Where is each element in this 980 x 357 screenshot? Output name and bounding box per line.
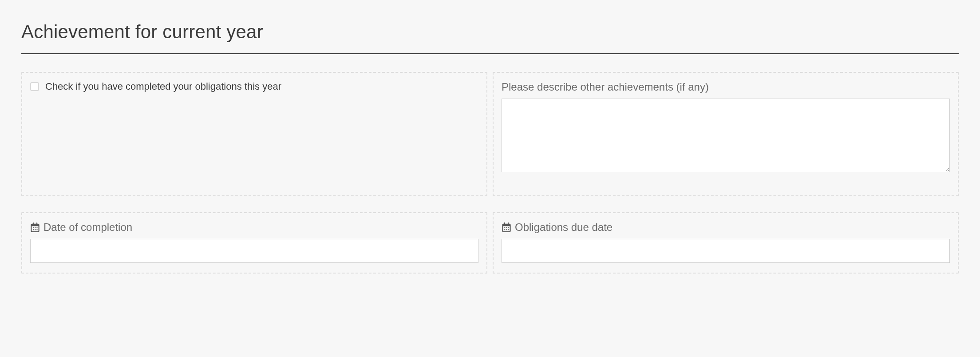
achievement-form-section: Achievement for current year Check if yo… <box>0 0 980 357</box>
obligations-due-date-input[interactable] <box>502 239 950 263</box>
section-title: Achievement for current year <box>21 21 959 43</box>
field-completed-obligations: Check if you have completed your obligat… <box>21 72 487 196</box>
calendar-icon <box>502 222 511 232</box>
completed-obligations-label: Check if you have completed your obligat… <box>45 81 281 92</box>
form-row-1: Check if you have completed your obligat… <box>21 72 959 196</box>
other-achievements-label: Please describe other achievements (if a… <box>502 81 950 93</box>
date-of-completion-label: Date of completion <box>43 221 132 234</box>
form-row-2: Date of completion Obligations due date <box>21 212 959 274</box>
section-divider <box>21 53 959 54</box>
date-of-completion-label-wrap: Date of completion <box>30 221 478 234</box>
calendar-icon <box>30 222 40 232</box>
checkbox-row: Check if you have completed your obligat… <box>30 81 478 92</box>
obligations-due-date-label-wrap: Obligations due date <box>502 221 950 234</box>
obligations-due-date-label: Obligations due date <box>515 221 612 234</box>
other-achievements-textarea[interactable] <box>502 99 950 172</box>
date-of-completion-input[interactable] <box>30 239 478 263</box>
field-date-of-completion: Date of completion <box>21 212 487 274</box>
completed-obligations-checkbox[interactable] <box>30 82 39 91</box>
field-other-achievements: Please describe other achievements (if a… <box>493 72 959 196</box>
field-obligations-due-date: Obligations due date <box>493 212 959 274</box>
